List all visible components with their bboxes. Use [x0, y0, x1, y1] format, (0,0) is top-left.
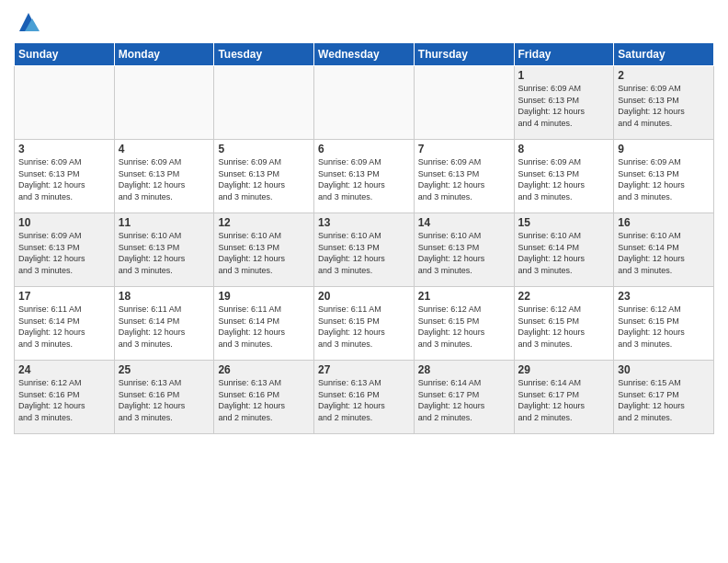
calendar-cell: 24Sunrise: 6:12 AM Sunset: 6:16 PM Dayli… [15, 361, 115, 434]
day-info: Sunrise: 6:12 AM Sunset: 6:15 PM Dayligh… [418, 304, 510, 350]
day-info: Sunrise: 6:10 AM Sunset: 6:13 PM Dayligh… [418, 230, 510, 276]
day-number: 28 [418, 363, 510, 376]
weekday-header: Tuesday [214, 43, 314, 66]
calendar-cell: 1Sunrise: 6:09 AM Sunset: 6:13 PM Daylig… [514, 66, 614, 140]
day-number: 27 [318, 363, 410, 376]
day-number: 3 [18, 143, 110, 155]
day-info: Sunrise: 6:10 AM Sunset: 6:13 PM Dayligh… [218, 230, 310, 276]
day-number: 18 [119, 290, 210, 303]
day-info: Sunrise: 6:13 AM Sunset: 6:16 PM Dayligh… [119, 377, 210, 423]
calendar-cell: 15Sunrise: 6:10 AM Sunset: 6:14 PM Dayli… [514, 213, 614, 287]
day-number: 19 [218, 290, 310, 303]
day-info: Sunrise: 6:13 AM Sunset: 6:16 PM Dayligh… [218, 377, 310, 423]
weekday-header: Sunday [15, 43, 115, 66]
day-number: 30 [618, 363, 710, 376]
day-number: 22 [518, 290, 610, 303]
calendar-week-row: 24Sunrise: 6:12 AM Sunset: 6:16 PM Dayli… [15, 361, 714, 434]
day-number: 1 [518, 69, 610, 82]
day-number: 14 [418, 216, 510, 229]
weekday-header: Monday [114, 43, 214, 66]
calendar-table: SundayMondayTuesdayWednesdayThursdayFrid… [14, 42, 714, 434]
header [14, 9, 714, 35]
calendar-cell: 20Sunrise: 6:11 AM Sunset: 6:15 PM Dayli… [314, 287, 415, 361]
logo [14, 9, 41, 35]
day-info: Sunrise: 6:10 AM Sunset: 6:13 PM Dayligh… [119, 230, 210, 276]
calendar-cell: 27Sunrise: 6:13 AM Sunset: 6:16 PM Dayli… [314, 361, 415, 434]
day-number: 11 [119, 216, 210, 229]
calendar-week-row: 17Sunrise: 6:11 AM Sunset: 6:14 PM Dayli… [15, 287, 714, 361]
day-number: 9 [618, 143, 710, 155]
calendar-cell: 28Sunrise: 6:14 AM Sunset: 6:17 PM Dayli… [414, 361, 514, 434]
calendar-cell: 5Sunrise: 6:09 AM Sunset: 6:13 PM Daylig… [214, 140, 314, 213]
weekday-header: Saturday [614, 43, 714, 66]
weekday-header: Wednesday [314, 43, 415, 66]
day-number: 10 [18, 216, 110, 229]
day-info: Sunrise: 6:14 AM Sunset: 6:17 PM Dayligh… [518, 377, 610, 423]
day-info: Sunrise: 6:09 AM Sunset: 6:13 PM Dayligh… [119, 156, 210, 202]
calendar-cell: 29Sunrise: 6:14 AM Sunset: 6:17 PM Dayli… [514, 361, 614, 434]
day-info: Sunrise: 6:12 AM Sunset: 6:15 PM Dayligh… [618, 304, 710, 350]
day-info: Sunrise: 6:09 AM Sunset: 6:13 PM Dayligh… [518, 83, 610, 129]
day-info: Sunrise: 6:09 AM Sunset: 6:13 PM Dayligh… [618, 156, 710, 202]
calendar-cell: 23Sunrise: 6:12 AM Sunset: 6:15 PM Dayli… [614, 287, 714, 361]
calendar-cell: 10Sunrise: 6:09 AM Sunset: 6:13 PM Dayli… [15, 213, 115, 287]
day-info: Sunrise: 6:11 AM Sunset: 6:14 PM Dayligh… [119, 304, 210, 350]
day-number: 21 [418, 290, 510, 303]
calendar-cell: 22Sunrise: 6:12 AM Sunset: 6:15 PM Dayli… [514, 287, 614, 361]
calendar-cell: 26Sunrise: 6:13 AM Sunset: 6:16 PM Dayli… [214, 361, 314, 434]
calendar-cell: 7Sunrise: 6:09 AM Sunset: 6:13 PM Daylig… [414, 140, 514, 213]
calendar-cell: 8Sunrise: 6:09 AM Sunset: 6:13 PM Daylig… [514, 140, 614, 213]
day-number: 7 [418, 143, 510, 155]
day-number: 4 [119, 143, 210, 155]
day-info: Sunrise: 6:14 AM Sunset: 6:17 PM Dayligh… [418, 377, 510, 423]
day-info: Sunrise: 6:11 AM Sunset: 6:14 PM Dayligh… [18, 304, 110, 350]
calendar-week-row: 1Sunrise: 6:09 AM Sunset: 6:13 PM Daylig… [15, 66, 714, 140]
day-info: Sunrise: 6:10 AM Sunset: 6:14 PM Dayligh… [518, 230, 610, 276]
day-info: Sunrise: 6:13 AM Sunset: 6:16 PM Dayligh… [318, 377, 410, 423]
day-info: Sunrise: 6:09 AM Sunset: 6:13 PM Dayligh… [18, 156, 110, 202]
calendar-cell: 19Sunrise: 6:11 AM Sunset: 6:14 PM Dayli… [214, 287, 314, 361]
calendar-cell: 4Sunrise: 6:09 AM Sunset: 6:13 PM Daylig… [114, 140, 214, 213]
calendar-cell [214, 66, 314, 140]
day-number: 29 [518, 363, 610, 376]
calendar-cell: 14Sunrise: 6:10 AM Sunset: 6:13 PM Dayli… [414, 213, 514, 287]
calendar-week-row: 3Sunrise: 6:09 AM Sunset: 6:13 PM Daylig… [15, 140, 714, 213]
day-info: Sunrise: 6:09 AM Sunset: 6:13 PM Dayligh… [318, 156, 410, 202]
calendar-cell: 2Sunrise: 6:09 AM Sunset: 6:13 PM Daylig… [614, 66, 714, 140]
weekday-header: Thursday [414, 43, 514, 66]
calendar-cell: 17Sunrise: 6:11 AM Sunset: 6:14 PM Dayli… [15, 287, 115, 361]
calendar-cell: 12Sunrise: 6:10 AM Sunset: 6:13 PM Dayli… [214, 213, 314, 287]
day-info: Sunrise: 6:12 AM Sunset: 6:16 PM Dayligh… [18, 377, 110, 423]
calendar-cell: 11Sunrise: 6:10 AM Sunset: 6:13 PM Dayli… [114, 213, 214, 287]
day-number: 15 [518, 216, 610, 229]
day-number: 13 [318, 216, 410, 229]
day-number: 12 [218, 216, 310, 229]
day-number: 16 [618, 216, 710, 229]
calendar-cell: 9Sunrise: 6:09 AM Sunset: 6:13 PM Daylig… [614, 140, 714, 213]
day-info: Sunrise: 6:12 AM Sunset: 6:15 PM Dayligh… [518, 304, 610, 350]
day-number: 24 [18, 363, 110, 376]
calendar-cell: 6Sunrise: 6:09 AM Sunset: 6:13 PM Daylig… [314, 140, 415, 213]
day-number: 2 [618, 69, 710, 82]
day-number: 8 [518, 143, 610, 155]
day-number: 23 [618, 290, 710, 303]
day-number: 26 [218, 363, 310, 376]
day-number: 6 [318, 143, 410, 155]
day-info: Sunrise: 6:11 AM Sunset: 6:15 PM Dayligh… [318, 304, 410, 350]
day-number: 25 [119, 363, 210, 376]
calendar-cell: 13Sunrise: 6:10 AM Sunset: 6:13 PM Dayli… [314, 213, 415, 287]
calendar-week-row: 10Sunrise: 6:09 AM Sunset: 6:13 PM Dayli… [15, 213, 714, 287]
calendar-cell: 30Sunrise: 6:15 AM Sunset: 6:17 PM Dayli… [614, 361, 714, 434]
day-info: Sunrise: 6:11 AM Sunset: 6:14 PM Dayligh… [218, 304, 310, 350]
weekday-header-row: SundayMondayTuesdayWednesdayThursdayFrid… [15, 43, 714, 66]
calendar-cell: 25Sunrise: 6:13 AM Sunset: 6:16 PM Dayli… [114, 361, 214, 434]
logo-icon [16, 9, 41, 35]
day-info: Sunrise: 6:09 AM Sunset: 6:13 PM Dayligh… [18, 230, 110, 276]
day-info: Sunrise: 6:09 AM Sunset: 6:13 PM Dayligh… [218, 156, 310, 202]
day-number: 17 [18, 290, 110, 303]
calendar-cell: 3Sunrise: 6:09 AM Sunset: 6:13 PM Daylig… [15, 140, 115, 213]
day-info: Sunrise: 6:09 AM Sunset: 6:13 PM Dayligh… [518, 156, 610, 202]
day-info: Sunrise: 6:15 AM Sunset: 6:17 PM Dayligh… [618, 377, 710, 423]
weekday-header: Friday [514, 43, 614, 66]
calendar-page: SundayMondayTuesdayWednesdayThursdayFrid… [0, 0, 728, 563]
